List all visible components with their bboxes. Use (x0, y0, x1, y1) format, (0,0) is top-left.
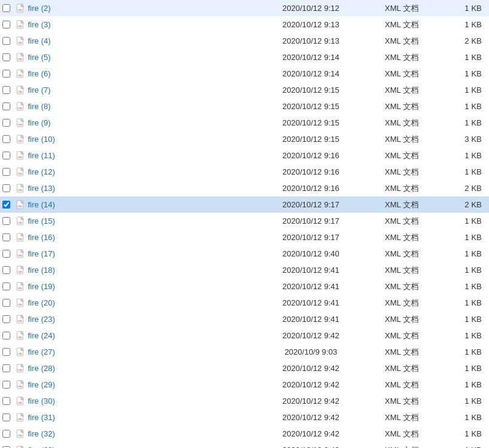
table-row[interactable]: XML fire (12)2020/10/12 9:16XML 文档1 KB (0, 164, 489, 180)
table-row[interactable]: XML fire (15)2020/10/12 9:17XML 文档1 KB (0, 213, 489, 229)
table-row[interactable]: XML fire (19)2020/10/12 9:41XML 文档1 KB (0, 278, 489, 295)
row-checkbox[interactable] (2, 348, 10, 356)
file-name[interactable]: XML fire (7) (15, 85, 256, 95)
table-row[interactable]: XML fire (29)2020/10/12 9:42XML 文档1 KB (0, 376, 489, 393)
row-checkbox[interactable] (2, 102, 10, 110)
row-checkbox[interactable] (2, 4, 10, 12)
file-name[interactable]: XML fire (6) (15, 69, 256, 79)
file-name[interactable]: XML fire (27) (15, 347, 256, 357)
row-checkbox[interactable] (2, 283, 10, 290)
file-name[interactable]: XML fire (28) (15, 364, 256, 373)
file-name[interactable]: XML fire (23) (15, 315, 256, 324)
row-checkbox[interactable] (2, 135, 10, 143)
row-checkbox[interactable] (2, 37, 10, 45)
xml-file-icon: XML (16, 429, 25, 439)
table-row[interactable]: XML fire (13)2020/10/12 9:16XML 文档2 KB (0, 180, 489, 196)
file-name[interactable]: XML fire (13) (15, 184, 256, 193)
file-name[interactable]: XML fire (16) (15, 233, 256, 242)
file-name[interactable]: XML fire (17) (15, 249, 256, 259)
file-name[interactable]: XML fire (29) (15, 380, 256, 390)
file-name[interactable]: XML fire (33) (15, 446, 256, 449)
row-checkbox[interactable] (2, 152, 10, 159)
row-checkbox[interactable] (2, 201, 10, 209)
table-row[interactable]: XML fire (32)2020/10/12 9:42XML 文档1 KB (0, 426, 489, 442)
row-checkbox[interactable] (2, 21, 10, 28)
file-name[interactable]: XML fire (10) (15, 135, 256, 144)
file-type: XML 文档 (365, 216, 438, 227)
table-row[interactable]: XML fire (18)2020/10/12 9:41XML 文档1 KB (0, 262, 489, 278)
row-checkbox[interactable] (2, 430, 10, 438)
xml-file-icon: XML (16, 331, 25, 341)
file-name[interactable]: XML fire (19) (15, 282, 256, 292)
row-checkbox[interactable] (2, 86, 10, 94)
table-row[interactable]: XML fire (30)2020/10/12 9:42XML 文档1 KB (0, 393, 489, 409)
table-row[interactable]: XML fire (2)2020/10/12 9:12XML 文档1 KB (0, 0, 489, 16)
file-name[interactable]: XML fire (30) (15, 396, 256, 406)
table-row[interactable]: XML fire (8)2020/10/12 9:15XML 文档1 KB (0, 98, 489, 115)
row-checkbox[interactable] (2, 250, 10, 258)
row-checkbox[interactable] (2, 233, 10, 241)
svg-text:XML: XML (18, 205, 23, 208)
table-row[interactable]: XML fire (20)2020/10/12 9:41XML 文档1 KB (0, 295, 489, 311)
file-date: 2020/10/12 9:15 (256, 85, 365, 95)
table-row[interactable]: XML fire (4)2020/10/12 9:13XML 文档2 KB (0, 33, 489, 49)
xml-file-icon: XML (16, 102, 25, 112)
file-name[interactable]: XML fire (20) (15, 298, 256, 308)
row-checkbox[interactable] (2, 266, 10, 274)
file-name[interactable]: XML fire (9) (15, 118, 256, 128)
file-name[interactable]: XML fire (11) (15, 151, 256, 161)
table-row[interactable]: XML fire (24)2020/10/12 9:42XML 文档1 KB (0, 327, 489, 344)
row-checkbox[interactable] (2, 397, 10, 405)
file-name[interactable]: XML fire (15) (15, 216, 256, 226)
row-checkbox[interactable] (2, 381, 10, 389)
row-checkbox[interactable] (2, 364, 10, 372)
row-checkbox[interactable] (2, 119, 10, 127)
row-checkbox[interactable] (2, 70, 10, 78)
row-checkbox[interactable] (2, 168, 10, 176)
row-checkbox[interactable] (2, 53, 10, 61)
file-size: 1 KB (438, 4, 487, 13)
table-row[interactable]: XML fire (33)2020/10/12 9:42XML 文档1 KB (0, 442, 489, 448)
row-checkbox[interactable] (2, 332, 10, 339)
table-row[interactable]: XML fire (27)2020/10/9 9:03XML 文档1 KB (0, 344, 489, 360)
table-row[interactable]: XML fire (3)2020/10/12 9:13XML 文档1 KB (0, 16, 489, 33)
table-row[interactable]: XML fire (28)2020/10/12 9:42XML 文档1 KB (0, 360, 489, 376)
row-checkbox[interactable] (2, 299, 10, 307)
row-checkbox[interactable] (2, 217, 10, 225)
table-row[interactable]: XML fire (31)2020/10/12 9:42XML 文档1 KB (0, 409, 489, 426)
file-name[interactable]: XML fire (32) (15, 429, 256, 439)
file-name[interactable]: XML fire (3) (15, 20, 256, 30)
table-row[interactable]: XML fire (11)2020/10/12 9:16XML 文档1 KB (0, 147, 489, 164)
file-name[interactable]: XML fire (12) (15, 167, 256, 177)
file-name-text: fire (29) (28, 380, 55, 389)
row-checkbox[interactable] (2, 413, 10, 421)
table-row[interactable]: XML fire (5)2020/10/12 9:14XML 文档1 KB (0, 49, 489, 65)
file-name[interactable]: XML fire (31) (15, 413, 256, 423)
row-checkbox-container (2, 315, 15, 323)
file-name[interactable]: XML fire (5) (15, 53, 256, 62)
svg-text:XML: XML (18, 221, 23, 224)
file-size: 1 KB (438, 118, 487, 127)
table-row[interactable]: XML fire (14)2020/10/12 9:17XML 文档2 KB (0, 196, 489, 213)
file-name[interactable]: XML fire (4) (15, 36, 256, 46)
file-name[interactable]: XML fire (2) (15, 4, 256, 13)
file-name[interactable]: XML fire (24) (15, 331, 256, 341)
file-name[interactable]: XML fire (8) (15, 102, 256, 112)
table-row[interactable]: XML fire (17)2020/10/12 9:40XML 文档1 KB (0, 246, 489, 262)
file-size: 1 KB (438, 331, 487, 340)
file-date: 2020/10/12 9:41 (256, 298, 365, 307)
row-checkbox[interactable] (2, 315, 10, 323)
file-size: 1 KB (438, 233, 487, 242)
table-row[interactable]: XML fire (10)2020/10/12 9:15XML 文档3 KB (0, 131, 489, 147)
file-date: 2020/10/12 9:42 (256, 331, 365, 340)
table-row[interactable]: XML fire (16)2020/10/12 9:17XML 文档1 KB (0, 229, 489, 246)
file-type: XML 文档 (365, 412, 438, 423)
table-row[interactable]: XML fire (9)2020/10/12 9:15XML 文档1 KB (0, 115, 489, 131)
row-checkbox[interactable] (2, 184, 10, 192)
file-name[interactable]: XML fire (14) (15, 200, 256, 210)
table-row[interactable]: XML fire (7)2020/10/12 9:15XML 文档1 KB (0, 82, 489, 98)
file-name[interactable]: XML fire (18) (15, 266, 256, 275)
file-date: 2020/10/12 9:40 (256, 249, 365, 258)
table-row[interactable]: XML fire (6)2020/10/12 9:14XML 文档1 KB (0, 65, 489, 82)
table-row[interactable]: XML fire (23)2020/10/12 9:41XML 文档1 KB (0, 311, 489, 327)
